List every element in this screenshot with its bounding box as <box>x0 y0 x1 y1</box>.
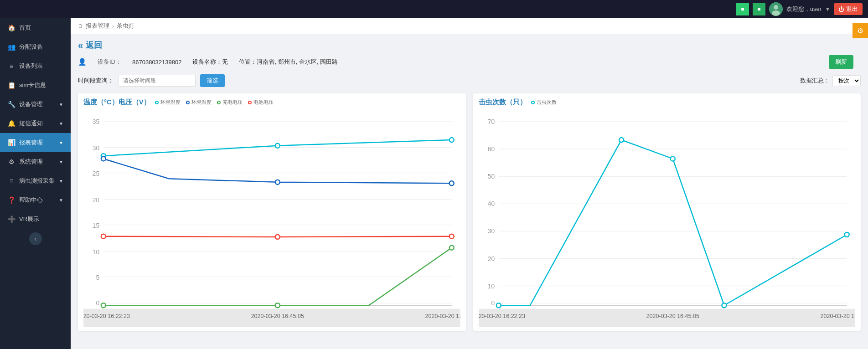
svg-text:2020-03-20 17:10:32: 2020-03-20 17:10:32 <box>425 313 460 319</box>
topbar-dropdown-icon[interactable]: ▼ <box>825 6 830 12</box>
content-area: 🗒 报表管理 › 杀虫灯 « 返回 👤 设备ID： 86703803213980… <box>71 18 868 349</box>
sidebar-item-assign-device[interactable]: 👥 分配设备 <box>0 37 71 56</box>
sidebar-item-vr-show[interactable]: ➕ VR展示 <box>0 210 71 229</box>
svg-text:2020-03-20 16:22:23: 2020-03-20 16:22:23 <box>83 313 130 319</box>
chart2-legend: 击虫次数 <box>531 99 557 106</box>
breadcrumb-icon: 🗒 <box>78 23 83 29</box>
legend-ji-chong: 击虫次数 <box>531 99 557 106</box>
point-jc-5 <box>844 232 849 237</box>
point-hwd-3 <box>450 138 454 142</box>
pest-count-chart-panel: 击虫次数（只） 击虫次数 70 60 <box>473 93 861 331</box>
sidebar-label-report-mgmt: 报表管理 <box>19 139 43 147</box>
breadcrumb-separator: › <box>112 23 114 30</box>
sidebar-item-pest-collect[interactable]: ≡ 病虫测报采集 ▼ <box>0 171 71 190</box>
point-jc-4 <box>722 303 726 308</box>
topbar-icon1-symbol: ■ <box>741 6 744 12</box>
device-info-row: 👤 设备ID： 867038032139802 设备名称：无 位置：河南省, 郑… <box>78 55 861 69</box>
legend-chong-dian: 充电电压 <box>217 99 243 106</box>
temp-voltage-chart-panel: 温度（°C）电压（V） 环境温度 环境湿度 <box>78 93 466 331</box>
topbar-user-label[interactable]: 欢迎您，user <box>786 5 822 13</box>
time-range-input[interactable] <box>118 75 196 87</box>
sidebar-item-sms-notify[interactable]: 🔔 短信通知 ▼ <box>0 114 71 133</box>
sidebar-item-sim-info[interactable]: 📋 sim卡信息 <box>0 76 71 95</box>
point-hsd-3 <box>450 181 454 185</box>
sidebar-icon-sim-info: 📋 <box>7 82 16 89</box>
logout-label: 退出 <box>846 5 858 13</box>
legend-dot-1 <box>155 101 159 104</box>
filter-button[interactable]: 筛选 <box>200 74 225 87</box>
topbar: ■ ■ 欢迎您，user ▼ ⏻ 退出 <box>0 0 868 18</box>
svg-text:2020-03-20 16:45:05: 2020-03-20 16:45:05 <box>251 313 304 319</box>
sidebar-label-sms-notify: 短信通知 <box>19 119 43 128</box>
sidebar: 🏠 首页 👥 分配设备 ≡ 设备列表 📋 sim卡信息 🔧 设备管理 ▼ 🔔 短… <box>0 18 71 349</box>
sidebar-label-home: 首页 <box>19 24 31 32</box>
point-dc-1 <box>101 234 106 239</box>
sidebar-icon-report-mgmt: 📊 <box>7 139 16 146</box>
summary-select[interactable]: 按次 <box>832 75 861 86</box>
filter-row: 时间段查询： 筛选 数据汇总： 按次 <box>78 74 861 87</box>
settings-fab-button[interactable]: ⚙ <box>852 23 868 38</box>
svg-text:15: 15 <box>93 222 100 229</box>
charts-row: 温度（°C）电压（V） 环境温度 环境湿度 <box>78 93 861 331</box>
sidebar-icon-sys-mgmt: ⚙ <box>7 158 16 165</box>
filter-label: 时间段查询： <box>78 77 114 85</box>
breadcrumb-item-2: 杀虫灯 <box>117 22 134 30</box>
sidebar-icon-assign-device: 👥 <box>7 43 16 51</box>
sidebar-item-device-list[interactable]: ≡ 设备列表 <box>0 56 71 76</box>
logout-button[interactable]: ⏻ 退出 <box>834 3 863 15</box>
point-jc-1 <box>496 303 501 308</box>
sidebar-icon-home: 🏠 <box>7 24 16 31</box>
settings-fab-icon: ⚙ <box>857 26 863 35</box>
svg-text:5: 5 <box>96 274 99 281</box>
point-cd-1 <box>101 303 106 308</box>
sidebar-label-device-mgmt: 设备管理 <box>19 100 43 108</box>
legend-huan-jing-wen-du: 环境温度 <box>155 99 181 106</box>
svg-text:30: 30 <box>93 145 100 152</box>
point-jc-3 <box>670 156 675 161</box>
sidebar-item-sys-mgmt[interactable]: ⚙ 系统管理 ▼ <box>0 152 71 171</box>
line-ji-chong <box>498 140 847 305</box>
chart2-title: 击虫次数（只） <box>479 98 527 107</box>
chart2-svg: 70 60 50 40 30 20 10 0 <box>479 109 856 328</box>
back-button[interactable]: « 返回 <box>78 40 861 51</box>
svg-text:20: 20 <box>93 197 100 204</box>
sidebar-label-help-center: 帮助中心 <box>19 196 43 204</box>
summary-label-row: 数据汇总： 按次 <box>800 75 861 86</box>
sidebar-label-vr-show: VR展示 <box>19 215 39 223</box>
breadcrumb-item-1: 报表管理 <box>86 22 109 30</box>
sidebar-item-device-mgmt[interactable]: 🔧 设备管理 ▼ <box>0 95 71 114</box>
device-name-label: 设备名称：无 <box>192 58 228 66</box>
sidebar-icon-device-list: ≡ <box>7 62 16 70</box>
device-id-icon: 👤 <box>78 58 87 66</box>
sidebar-item-home[interactable]: 🏠 首页 <box>0 18 71 37</box>
legend-huan-jing-shi-du: 环境湿度 <box>186 99 212 106</box>
sidebar-collapse-button[interactable]: ‹ <box>29 232 42 245</box>
sidebar-label-device-list: 设备列表 <box>19 62 43 70</box>
sidebar-item-report-mgmt[interactable]: 📊 报表管理 ▼ <box>0 133 71 152</box>
legend-dian-chi: 电池电压 <box>248 99 274 106</box>
point-dc-2 <box>275 235 280 239</box>
svg-text:70: 70 <box>487 118 495 125</box>
svg-point-2 <box>772 10 780 16</box>
svg-text:2020-03-20 17:10:32: 2020-03-20 17:10:32 <box>820 313 855 319</box>
sidebar-item-help-center[interactable]: ❓ 帮助中心 ▼ <box>0 190 71 210</box>
legend-label-2: 环境湿度 <box>191 99 212 106</box>
refresh-button[interactable]: 刷新 <box>829 55 853 69</box>
svg-text:35: 35 <box>93 118 100 125</box>
svg-text:50: 50 <box>487 173 495 180</box>
chart1-svg-container: 35 30 25 20 15 10 5 0 <box>83 109 460 328</box>
point-dc-3 <box>450 234 454 239</box>
sidebar-arrow-sms-notify: ▼ <box>59 121 63 126</box>
topbar-icon2[interactable]: ■ <box>753 3 765 15</box>
sidebar-label-assign-device: 分配设备 <box>19 43 43 51</box>
svg-text:2020-03-20 16:22:23: 2020-03-20 16:22:23 <box>479 313 525 319</box>
legend-label-4: 电池电压 <box>253 99 274 106</box>
topbar-icon1[interactable]: ■ <box>736 3 749 15</box>
sidebar-arrow-device-mgmt: ▼ <box>59 102 63 107</box>
svg-text:20: 20 <box>487 256 495 262</box>
svg-text:30: 30 <box>487 228 495 235</box>
chart1-title: 温度（°C）电压（V） <box>83 98 150 107</box>
chart1-legend: 环境温度 环境湿度 充电电压 <box>155 99 274 106</box>
back-arrow-icon: « <box>78 40 83 51</box>
legend-label-3: 充电电压 <box>222 99 243 106</box>
